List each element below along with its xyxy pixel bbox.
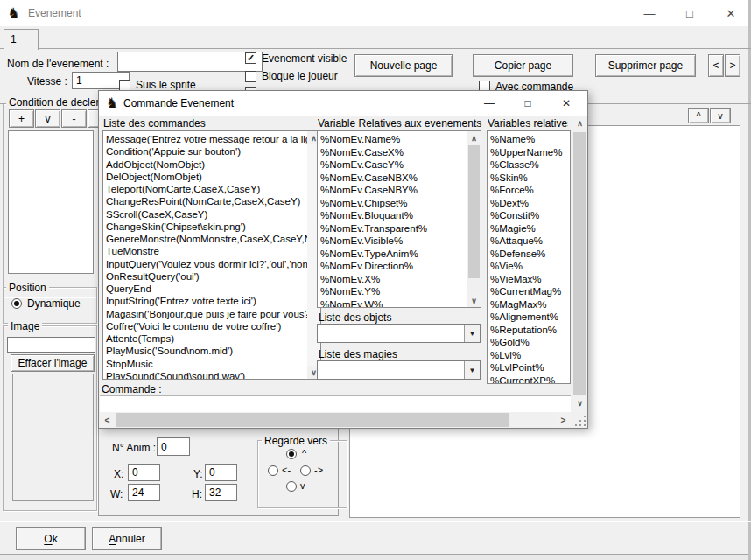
list-item[interactable]: %NomEv.Chipset% — [318, 197, 481, 210]
command-down-button[interactable]: v — [710, 108, 731, 123]
list-item[interactable]: SScroll(CaseX,CaseY) — [103, 208, 320, 220]
event-name-input[interactable] — [117, 52, 263, 72]
close-icon[interactable]: ✕ — [711, 0, 751, 26]
list-item[interactable]: %Gold% — [488, 336, 570, 349]
list-item[interactable]: PlaySound('Sound\sound.wav') — [103, 370, 320, 380]
x-input[interactable]: 0 — [128, 464, 160, 481]
command-input[interactable] — [100, 396, 571, 412]
chevron-down-icon[interactable]: ▼ — [464, 325, 480, 342]
list-item[interactable]: %Magie% — [488, 222, 570, 235]
list-item[interactable]: %UpperName% — [488, 146, 570, 159]
list-item[interactable]: %Force% — [488, 184, 570, 197]
commands-list[interactable]: ∧ ∨ Message('Entrez votre message retour… — [102, 130, 321, 380]
condition-remove-button[interactable]: - — [61, 109, 87, 128]
list-item[interactable]: %LvlPoint% — [488, 361, 570, 374]
dialog-hscrollbar[interactable]: < > — [100, 412, 571, 428]
list-item[interactable]: %MagMax% — [488, 298, 570, 312]
magics-combobox[interactable]: ▼ — [317, 360, 481, 380]
list-item[interactable]: %Dext% — [488, 197, 570, 210]
list-item[interactable]: %Lvl% — [488, 349, 570, 362]
list-item[interactable]: %NomEv.Y% — [318, 285, 481, 298]
minimize-icon[interactable]: — — [630, 0, 669, 26]
scroll-down-icon[interactable]: ∨ — [467, 294, 481, 307]
block-player-checkbox[interactable] — [245, 71, 256, 82]
next-page-button[interactable]: > — [725, 54, 740, 77]
list-item[interactable]: %VieMax% — [488, 273, 570, 286]
list-item[interactable]: %Classe% — [488, 158, 570, 172]
ok-button[interactable]: Ok — [16, 527, 86, 550]
list-item[interactable]: ChangeResPoint(NomCarte,CaseX,CaseY) — [103, 195, 320, 207]
dialog-maximize-icon[interactable]: □ — [509, 91, 547, 116]
list-item[interactable]: %NomEv.W% — [318, 298, 481, 309]
list-item[interactable]: %Skin% — [488, 172, 570, 185]
scrollbar-thumb[interactable] — [468, 145, 480, 278]
dialog-minimize-icon[interactable]: — — [470, 91, 509, 116]
list-item[interactable]: Coffre('Voici le contenu de votre coffre… — [103, 320, 320, 332]
list-item[interactable]: %Defense% — [488, 248, 570, 261]
dynamic-radio[interactable] — [11, 298, 22, 309]
list-item[interactable]: StopMusic — [103, 358, 320, 370]
list-item[interactable]: InputString('Entrez votre texte ici') — [103, 295, 320, 307]
h-input[interactable]: 32 — [205, 484, 237, 501]
new-page-button[interactable]: Nouvelle page — [354, 54, 453, 77]
event-visible-checkbox[interactable]: ✓ — [245, 52, 256, 64]
list-item[interactable]: Teleport(NomCarte,CaseX,CaseY) — [103, 183, 320, 195]
image-path-input[interactable] — [7, 337, 95, 353]
scroll-up-icon[interactable]: ∧ — [467, 131, 481, 144]
gaze-up-radio[interactable] — [286, 449, 297, 459]
condition-add-button[interactable]: + — [9, 109, 34, 128]
cancel-button[interactable]: Annuler — [92, 527, 162, 550]
list-item[interactable]: %NomEv.Name% — [318, 133, 481, 146]
list-item[interactable]: QueryEnd — [103, 283, 320, 295]
list-item[interactable]: %NomEv.Direction% — [318, 260, 481, 273]
clear-image-button[interactable]: Effacer l'image — [11, 354, 95, 372]
event-vars-list[interactable]: ∧ ∨ %NomEv.Name%%NomEv.CaseX%%NomEv.Case… — [317, 130, 481, 308]
list-item[interactable]: %NomEv.CaseX% — [318, 146, 481, 159]
list-item[interactable]: %CurrentMag% — [488, 285, 570, 298]
list-item[interactable]: %Constit% — [488, 209, 570, 222]
list-item[interactable]: %NomEv.CaseNBY% — [318, 184, 481, 197]
list-item[interactable]: PlayMusic('Sound\nom.mid') — [103, 345, 320, 357]
list-item[interactable]: %Alignement% — [488, 311, 570, 324]
dialog-close-icon[interactable]: ✕ — [547, 91, 586, 116]
list-item[interactable]: %NomEv.CaseY% — [318, 158, 481, 172]
list-item[interactable]: %NomEv.Transparent% — [318, 222, 481, 235]
list-item[interactable]: %NomEv.X% — [318, 273, 481, 286]
chevron-down-icon[interactable]: ▼ — [464, 361, 480, 379]
list-item[interactable]: %Reputation% — [488, 324, 570, 337]
copy-page-button[interactable]: Copier page — [473, 54, 573, 77]
maximize-icon[interactable]: □ — [670, 0, 709, 26]
delete-page-button[interactable]: Supprimer page — [595, 54, 696, 77]
list-item[interactable]: %Vie% — [488, 260, 570, 273]
list-item[interactable]: DelObject(NomObjet) — [103, 171, 320, 183]
list-item[interactable]: OnResultQuery('oui') — [103, 270, 320, 283]
gaze-down-radio[interactable] — [286, 481, 297, 492]
tab-1[interactable]: 1 — [4, 29, 39, 50]
scroll-down-icon[interactable]: ∨ — [572, 396, 587, 410]
condition-down-button[interactable]: v — [35, 109, 60, 128]
objects-combobox[interactable]: ▼ — [317, 324, 481, 343]
list-item[interactable]: ChangeSkin('Chipset\skin.png') — [103, 220, 320, 233]
scrollbar-thumb[interactable] — [116, 413, 509, 427]
gaze-left-radio[interactable] — [268, 466, 278, 476]
list-item[interactable]: %NomEv.TypeAnim% — [318, 248, 481, 261]
list-item[interactable]: %NomEv.Bloquant% — [318, 209, 481, 222]
list-item[interactable]: %NomEv.Visible% — [318, 234, 481, 248]
dialog-vscrollbar[interactable]: ∧ ∨ — [572, 116, 587, 410]
list-item[interactable]: InputQuery('Voulez vous dormir ici?','ou… — [103, 258, 320, 270]
list-item[interactable]: Message('Entrez votre message retour a l… — [103, 133, 320, 145]
list-item[interactable]: Magasin('Bonjour,que puis je faire pour … — [103, 308, 320, 320]
list-item[interactable]: Condition('Appuie sur bouton') — [103, 145, 320, 158]
prev-page-button[interactable]: < — [708, 54, 724, 77]
command-up-button[interactable]: ^ — [688, 108, 709, 123]
scroll-right-icon[interactable]: > — [556, 412, 571, 428]
list-item[interactable]: %Attaque% — [488, 234, 570, 248]
resize-grip[interactable] — [573, 414, 587, 428]
list-item[interactable]: %CurrentXP% — [488, 374, 570, 385]
event-vars-scrollbar[interactable]: ∧ ∨ — [467, 131, 481, 307]
list-item[interactable]: AddObject(NomObjet) — [103, 158, 320, 171]
list-item[interactable]: Attente(Temps) — [103, 332, 320, 345]
condition-list[interactable] — [8, 130, 94, 274]
list-item[interactable]: %NomEv.CaseNBX% — [318, 172, 481, 185]
gaze-right-radio[interactable] — [300, 466, 311, 476]
